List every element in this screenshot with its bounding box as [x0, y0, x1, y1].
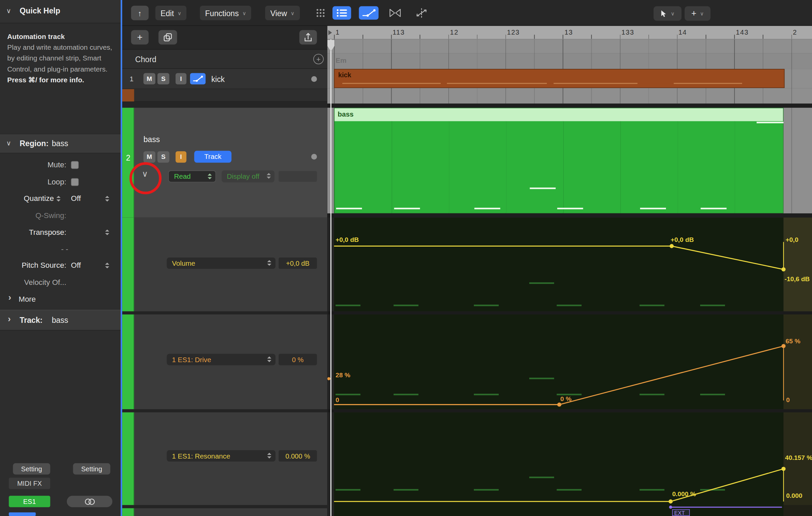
- input-monitor-button[interactable]: I: [176, 151, 186, 163]
- region-body[interactable]: [335, 121, 783, 213]
- arrange-area: 1 113 12 123 13 133 14 143 2 Em kick: [327, 26, 812, 516]
- kick-region[interactable]: kick: [334, 69, 785, 88]
- plus-icon: +: [316, 55, 321, 63]
- quantize-label: Quantize: [0, 191, 54, 206]
- bass-color-strip: [122, 314, 134, 409]
- pitch-source-stepper[interactable]: [105, 262, 110, 269]
- volume-value-box[interactable]: +0,0 dB: [279, 257, 317, 269]
- pitch-source-value[interactable]: Off: [71, 258, 81, 273]
- bass-track-header[interactable]: 2 bass M S I Track ∨ Read Display off: [122, 108, 327, 218]
- chord-track-label: Chord: [135, 50, 156, 69]
- input-monitor-button[interactable]: I: [176, 73, 186, 84]
- volume-param-dropdown[interactable]: Volume: [167, 257, 276, 269]
- chevron-down-icon: ∨: [671, 11, 675, 17]
- bass-region[interactable]: bass: [334, 108, 784, 214]
- add-track-button[interactable]: +: [131, 30, 148, 44]
- track-section-header[interactable]: › Track: bass: [0, 310, 121, 331]
- region-section-header[interactable]: ∨ Region: bass: [0, 134, 121, 153]
- view-menu[interactable]: View∨: [265, 6, 300, 20]
- midi-fx-slot[interactable]: MIDI FX: [9, 478, 50, 489]
- display-mode-dropdown[interactable]: Display off: [222, 170, 274, 182]
- track-label: Track:: [20, 315, 42, 324]
- automation-value-label: 65 %: [785, 338, 800, 345]
- edit-menu[interactable]: Edit∨: [155, 6, 187, 20]
- resonance-param-dropdown[interactable]: 1 ES1: Resonance: [167, 450, 276, 462]
- volume-automation-curve[interactable]: [327, 218, 812, 311]
- instrument-slot[interactable]: ES1: [9, 496, 50, 507]
- secondary-tool-selector[interactable]: + ∨: [685, 6, 710, 21]
- bass-track-lane[interactable]: bass: [327, 108, 812, 214]
- bar-ruler[interactable]: 1 113 12 123 13 133 14 143 2: [327, 26, 812, 39]
- ext-automation-line: [671, 507, 782, 508]
- lane-separator: [122, 311, 327, 314]
- loop-checkbox[interactable]: [71, 178, 79, 186]
- list-view-button[interactable]: [332, 6, 351, 20]
- drive-automation-lane[interactable]: 28 % 0 0 % 65 % 0: [327, 314, 812, 409]
- resonance-lane-header[interactable]: 1 ES1: Resonance 0.000 %: [122, 412, 327, 505]
- midi-note: [757, 122, 783, 123]
- duplicate-track-button[interactable]: [158, 30, 177, 44]
- automation-node[interactable]: [669, 506, 672, 509]
- functions-menu[interactable]: Functions∨: [200, 6, 251, 20]
- empty-grid-row[interactable]: [327, 88, 812, 104]
- ruler-ticks: [327, 35, 812, 39]
- plus-tool-icon: +: [691, 8, 696, 19]
- volume-automation-lane[interactable]: +0,0 dB +0,0 dB +0,0 -10,6 dB: [327, 218, 812, 311]
- output-format-button[interactable]: [67, 496, 113, 507]
- automation-node: [781, 467, 785, 471]
- setting-button-left[interactable]: Setting: [13, 463, 50, 475]
- resonance-automation-lane[interactable]: 0.000 % 40.157 % 0.000: [327, 412, 812, 505]
- kick-track-row[interactable]: 1 M S I kick: [122, 69, 327, 89]
- automation-target-button[interactable]: Track: [194, 151, 231, 163]
- chord-track-row[interactable]: Chord +: [122, 50, 327, 69]
- resonance-automation-curve[interactable]: [327, 412, 812, 505]
- setting-button-right[interactable]: Setting: [73, 463, 110, 475]
- param-name: Volume: [172, 259, 195, 267]
- waveform-line: [342, 83, 441, 84]
- track-enable-dot[interactable]: [311, 154, 317, 160]
- playhead-line[interactable]: [330, 39, 331, 516]
- volume-lane-header[interactable]: Volume +0,0 dB: [122, 218, 327, 311]
- quick-help-header[interactable]: ∨ Quick Help: [0, 0, 121, 23]
- transpose-stepper[interactable]: [105, 229, 110, 236]
- pointer-tool-icon: [661, 10, 667, 18]
- catch-playhead-button[interactable]: ↑: [131, 6, 148, 20]
- grid-view-button[interactable]: [313, 7, 328, 19]
- track-enable-dot[interactable]: [311, 76, 317, 82]
- mute-button[interactable]: M: [143, 73, 155, 84]
- automation-value-box[interactable]: [279, 171, 317, 182]
- ext-lane-partial[interactable]: EXT: [327, 505, 812, 516]
- automation-mode-dropdown[interactable]: Read: [168, 170, 216, 182]
- export-button[interactable]: [299, 30, 317, 44]
- chevron-down-icon: ∨: [6, 7, 11, 15]
- track-number: 1: [126, 69, 137, 89]
- split-tool-button[interactable]: [412, 6, 431, 20]
- solo-button[interactable]: S: [157, 151, 169, 163]
- region-header[interactable]: bass: [335, 108, 783, 121]
- marquee-tool-button[interactable]: [386, 6, 404, 20]
- pointer-tool-selector[interactable]: ∨: [654, 6, 682, 21]
- automation-curve-icon: [191, 74, 204, 84]
- empty-grid-row[interactable]: [327, 39, 812, 53]
- quick-help-title: Quick Help: [20, 6, 60, 15]
- mute-button[interactable]: M: [143, 151, 155, 163]
- bass-track-name: bass: [143, 135, 160, 143]
- drive-lane-header[interactable]: 1 ES1: Drive 0 %: [122, 314, 327, 409]
- drive-value-box[interactable]: 0 %: [279, 354, 317, 365]
- chord-grid-row[interactable]: Em: [327, 53, 812, 69]
- midi-note: [557, 208, 583, 209]
- more-row[interactable]: › More: [0, 292, 121, 306]
- dropdown-stepper-icon: [267, 173, 271, 179]
- mute-checkbox[interactable]: [71, 161, 79, 169]
- automation-mode-button[interactable]: [190, 73, 205, 84]
- add-chord-button[interactable]: +: [313, 54, 324, 64]
- quantize-value-stepper[interactable]: [105, 195, 110, 202]
- quantize-stepper[interactable]: [56, 195, 61, 202]
- resonance-value-box[interactable]: 0.000 %: [279, 450, 317, 462]
- param-name: 1 ES1: Drive: [172, 356, 211, 364]
- automation-curve-button[interactable]: [359, 6, 379, 20]
- kick-track-lane[interactable]: kick: [327, 69, 812, 88]
- drive-param-dropdown[interactable]: 1 ES1: Drive: [167, 354, 276, 365]
- quantize-value[interactable]: Off: [71, 191, 81, 206]
- solo-button[interactable]: S: [157, 73, 169, 84]
